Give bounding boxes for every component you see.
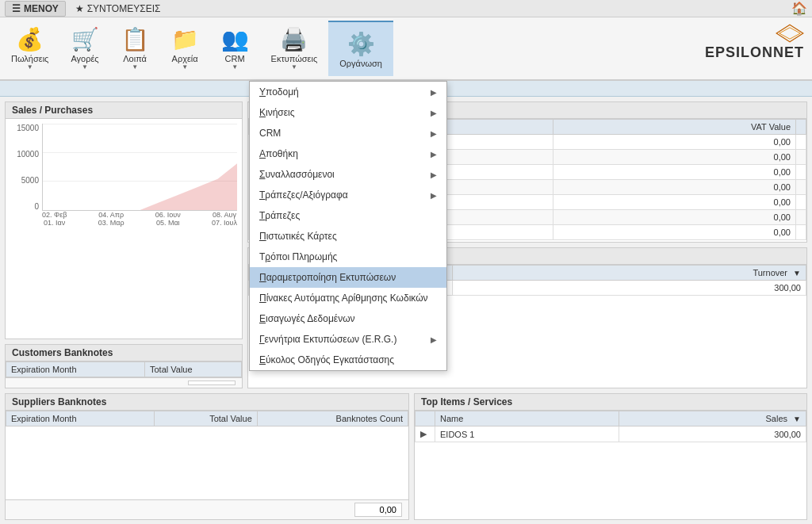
- dropdown-menu: Υποδομή ▶ Κινήσεις ▶ CRM ▶ Αποθήκη ▶ Συν…: [249, 81, 447, 371]
- chart-plot: [42, 124, 237, 211]
- ribbon-archives[interactable]: 📁 Αρχεία ▼: [160, 21, 210, 76]
- menu-banks-notes-arrow: ▶: [431, 191, 437, 200]
- customers-banknotes-table-wrapper[interactable]: Expiration Month Total Value: [6, 361, 242, 377]
- menu-warehouse[interactable]: Αποθήκη ▶: [250, 143, 446, 164]
- cb-col-value: Total Value: [145, 362, 242, 377]
- y-label-5000: 5000: [10, 176, 39, 185]
- cb-col-month: Expiration Month: [6, 362, 145, 377]
- archives-icon: 📁: [171, 26, 199, 52]
- customers-banknotes-footer: [6, 377, 242, 388]
- y-label-10000: 10000: [10, 150, 39, 159]
- ribbon-printing[interactable]: 🖨️ Εκτυπώσεις ▼: [260, 21, 329, 76]
- ribbon-sales[interactable]: 💰 Πωλήσεις ▼: [0, 21, 59, 76]
- top-bar: ☰ ΜΕΝΟΥ ★ ΣΥΝΤΟΜΕΥΣΕΙΣ 🏠: [0, 0, 812, 17]
- sb-col-count: Banknotes Count: [257, 411, 408, 426]
- vat-row-value: 0,00: [553, 210, 796, 225]
- menu-movements-arrow: ▶: [431, 109, 437, 117]
- top-items-col-spacer: [416, 411, 435, 426]
- top-items-panel: Top Items / Services Name Sales ▼: [414, 393, 807, 520]
- top-items-title: Top Items / Services: [415, 394, 806, 411]
- archives-arrow: ▼: [182, 63, 188, 71]
- sales-arrow: ▼: [27, 63, 33, 71]
- ribbon-purchases[interactable]: 🛒 Αγορές ▼: [59, 21, 109, 76]
- menu-button[interactable]: ☰ ΜΕΝΟΥ: [5, 1, 66, 17]
- customers-banknotes-total: [188, 381, 236, 385]
- item-row-name: EIDOS 1: [435, 426, 619, 442]
- chart-container: 15000 10000 5000 0: [10, 124, 237, 227]
- menu-crm[interactable]: CRM ▶: [250, 123, 446, 143]
- ribbon-organize[interactable]: ⚙️ Οργάνωση: [328, 21, 393, 76]
- chart-fill: [140, 159, 238, 210]
- suppliers-banknotes-footer: 0,00: [6, 499, 408, 519]
- printing-arrow: ▼: [291, 63, 297, 71]
- menu-warehouse-arrow: ▶: [431, 150, 437, 159]
- menu-generator-arrow: ▶: [431, 335, 437, 344]
- menu-counterparts-arrow: ▶: [431, 170, 437, 179]
- menu-label: ΜΕΝΟΥ: [24, 3, 59, 14]
- x-label-1: 02. Φεβ 01. Ιαν: [42, 211, 67, 227]
- top-items-table: Name Sales ▼ ▶EIDOS 1300,00: [415, 411, 806, 442]
- cust-col-turnover: Turnover ▼: [452, 266, 806, 281]
- suppliers-banknotes-table-wrapper[interactable]: Expiration Month Total Value Banknotes C…: [6, 411, 408, 499]
- row-expand[interactable]: ▶: [416, 426, 435, 442]
- sales-panel-title: Sales / Purchases: [6, 102, 242, 119]
- menu-crm-arrow: ▶: [431, 129, 437, 138]
- ribbon-misc[interactable]: 📋 Λοιπά ▼: [110, 21, 160, 76]
- menu-easy-guide[interactable]: Εύκολος Οδηγός Εγκατάστασης: [250, 350, 446, 370]
- top-items-table-wrapper[interactable]: Name Sales ▼ ▶EIDOS 1300,00: [415, 411, 806, 519]
- cust-row-value: 300,00: [452, 281, 806, 296]
- menu-payment-methods[interactable]: Τρόποι Πληρωμής: [250, 247, 446, 267]
- menu-import-data[interactable]: Εισαγωγές Δεδομένων: [250, 308, 446, 329]
- favorites-label: ΣΥΝΤΟΜΕΥΣΕΙΣ: [87, 3, 161, 14]
- menu-infra[interactable]: Υποδομή ▶: [250, 82, 446, 102]
- vat-row-value: 0,00: [553, 150, 796, 165]
- menu-generator[interactable]: Γεννήτρια Εκτυπώσεων (E.R.G.) ▶: [250, 329, 446, 350]
- customers-banknotes-title: Customers Banknotes: [6, 345, 242, 361]
- menu-counterparts[interactable]: Συναλλασσόμενοι ▶: [250, 164, 446, 185]
- customers-sort-arrow[interactable]: ▼: [793, 269, 801, 277]
- ribbon: 💰 Πωλήσεις ▼ 🛒 Αγορές ▼ 📋 Λοιπά ▼ 📁 Αρχε…: [0, 17, 812, 81]
- sb-col-month: Expiration Month: [6, 411, 155, 426]
- sb-col-value: Total Value: [154, 411, 257, 426]
- suppliers-banknotes-table: Expiration Month Total Value Banknotes C…: [6, 411, 408, 426]
- vat-col-value: VAT Value: [553, 120, 796, 135]
- menu-infra-arrow: ▶: [431, 88, 437, 97]
- misc-icon: 📋: [121, 26, 149, 52]
- menu-auto-code[interactable]: Πίνακες Αυτόματης Αρίθμησης Κωδικών: [250, 288, 446, 308]
- item-row-sales: 300,00: [619, 426, 806, 442]
- sales-icon: 💰: [16, 26, 44, 52]
- y-label-0: 0: [10, 202, 39, 211]
- vat-row-value: 0,00: [553, 135, 796, 150]
- customers-banknotes-table: Expiration Month Total Value: [6, 361, 242, 377]
- menu-movements[interactable]: Κινήσεις ▶: [250, 102, 446, 123]
- suppliers-banknotes-title: Suppliers Banknotes: [6, 394, 408, 411]
- suppliers-banknotes-total: 0,00: [354, 503, 402, 517]
- star-icon: ★: [75, 3, 84, 14]
- grid-line-mid1: [43, 152, 237, 153]
- ribbon-crm[interactable]: 👥 CRM ▼: [210, 21, 260, 76]
- epsilon-logo-icon: [776, 24, 804, 43]
- chart-y-axis: 15000 10000 5000 0: [10, 124, 42, 211]
- favorites-button[interactable]: ★ ΣΥΝΤΟΜΕΥΣΕΙΣ: [75, 3, 161, 14]
- top-items-body: ▶EIDOS 1300,00: [416, 426, 806, 442]
- x-label-2: 04. Απρ 03. Μαρ: [98, 211, 124, 227]
- chart-x-labels: 02. Φεβ 01. Ιαν 04. Απρ 03. Μαρ 06. Ιουν…: [42, 211, 237, 227]
- purchases-icon: 🛒: [71, 26, 99, 52]
- crm-arrow: ▼: [232, 63, 238, 71]
- menu-banks[interactable]: Τράπεζες: [250, 205, 446, 226]
- bottom-panels: Suppliers Banknotes Expiration Month Tot…: [5, 393, 807, 520]
- vat-row-value: 0,00: [553, 165, 796, 180]
- customers-banknotes-panel: Customers Banknotes Expiration Month Tot…: [5, 344, 243, 388]
- suppliers-banknotes-panel: Suppliers Banknotes Expiration Month Tot…: [5, 393, 409, 520]
- top-items-sort-arrow[interactable]: ▼: [793, 415, 801, 423]
- grid-line-top: [43, 124, 237, 124]
- epsilon-logo-text: EPSILONNET: [705, 44, 804, 61]
- menu-banks-notes[interactable]: Τράπεζες/Αξιόγραφα ▶: [250, 185, 446, 205]
- x-label-4: 08. Αυγ 07. Ιουλ: [212, 211, 237, 227]
- grid-line-mid2: [43, 181, 237, 182]
- menu-print-config[interactable]: Παραμετροποίηση Εκτυπώσεων: [250, 267, 446, 288]
- organize-icon: ⚙️: [347, 31, 375, 57]
- menu-credit-cards[interactable]: Πιστωτικές Κάρτες: [250, 226, 446, 247]
- home-button[interactable]: 🏠: [791, 1, 807, 16]
- printing-icon: 🖨️: [280, 26, 308, 52]
